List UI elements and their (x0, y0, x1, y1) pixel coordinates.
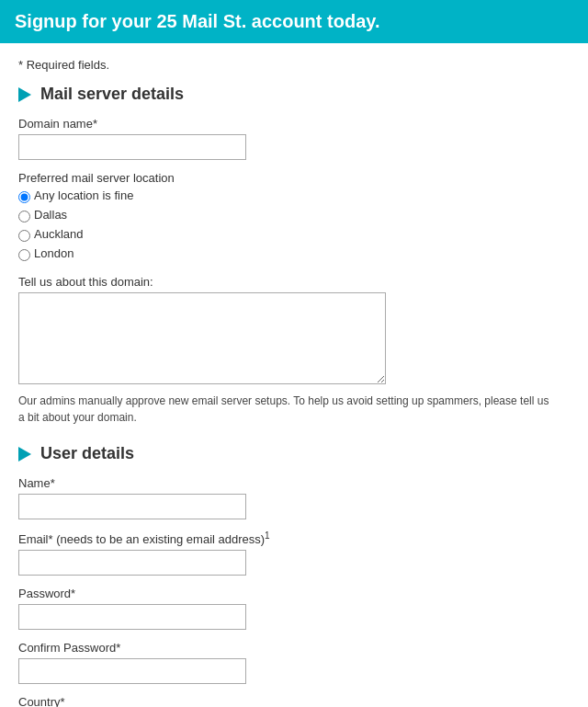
location-radio-any[interactable] (18, 191, 30, 203)
confirm-password-label: Confirm Password* (18, 641, 570, 655)
location-radio-dallas[interactable] (18, 211, 30, 222)
password-field: Password* (18, 587, 570, 630)
mail-server-section-header: Mail server details (18, 85, 570, 104)
domain-info-field: Tell us about this domain: Our admins ma… (18, 275, 570, 426)
confirm-password-input[interactable] (18, 658, 246, 684)
location-option-any[interactable]: Any location is fine (18, 188, 570, 206)
location-option-auckland[interactable]: Auckland (18, 227, 570, 245)
location-option-london[interactable]: London (18, 246, 570, 264)
location-option-any-label: Any location is fine (34, 188, 133, 202)
domain-info-textarea[interactable] (18, 292, 386, 384)
country-field: Country* China United States United King… (18, 695, 570, 707)
user-section-arrow-icon (18, 447, 31, 462)
required-note: * Required fields. (18, 58, 570, 72)
country-label: Country* (18, 695, 570, 707)
email-label: Email* (needs to be an existing email ad… (18, 530, 570, 546)
location-option-dallas[interactable]: Dallas (18, 208, 570, 225)
page-title: Signup for your 25 Mail St. account toda… (15, 11, 573, 32)
name-field: Name* (18, 476, 570, 519)
domain-help-text: Our admins manually approve new email se… (18, 393, 551, 426)
location-option-london-label: London (34, 246, 74, 260)
main-content: * Required fields. Mail server details D… (0, 43, 588, 707)
domain-info-label: Tell us about this domain: (18, 275, 570, 289)
location-option-dallas-label: Dallas (34, 208, 67, 222)
location-option-auckland-label: Auckland (34, 227, 83, 241)
password-input[interactable] (18, 604, 246, 630)
domain-name-field: Domain name* (18, 117, 570, 160)
location-radio-group: Preferred mail server location Any locat… (18, 171, 570, 264)
user-section-title: User details (40, 444, 134, 463)
name-input[interactable] (18, 494, 246, 519)
name-label: Name* (18, 476, 570, 490)
location-label: Preferred mail server location (18, 171, 570, 185)
location-radio-london[interactable] (18, 249, 30, 261)
email-field: Email* (needs to be an existing email ad… (18, 530, 570, 576)
email-input[interactable] (18, 550, 246, 576)
domain-name-input[interactable] (18, 134, 246, 160)
page-header: Signup for your 25 Mail St. account toda… (0, 0, 588, 43)
password-label: Password* (18, 587, 570, 600)
mail-server-section: Mail server details Domain name* Preferr… (18, 85, 570, 426)
confirm-password-field: Confirm Password* (18, 641, 570, 684)
user-section-header: User details (18, 444, 570, 463)
email-superscript: 1 (265, 530, 270, 541)
user-details-section: User details Name* Email* (needs to be a… (18, 444, 570, 707)
location-radio-auckland[interactable] (18, 230, 30, 242)
domain-name-label: Domain name* (18, 117, 570, 131)
mail-server-section-title: Mail server details (40, 85, 184, 104)
section-arrow-icon (18, 87, 31, 102)
